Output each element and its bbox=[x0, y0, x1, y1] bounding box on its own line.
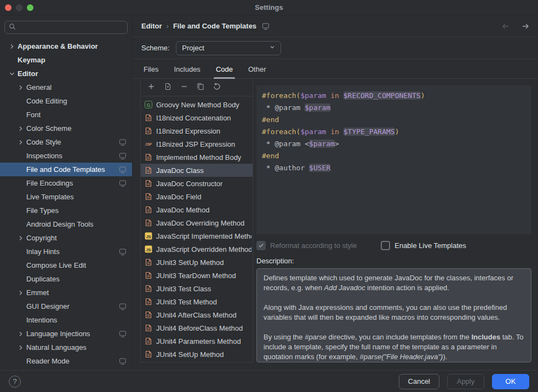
sidebar-item-editor[interactable]: Editor bbox=[0, 67, 132, 80]
template-item-javascript-overridden-method[interactable]: JSJavaScript Overridden Method bbox=[141, 243, 253, 256]
copy-button[interactable] bbox=[194, 82, 207, 94]
sidebar-item-label: Duplicates bbox=[26, 275, 127, 283]
minimize-button[interactable] bbox=[16, 4, 22, 11]
sidebar-item-duplicates[interactable]: Duplicates bbox=[0, 272, 132, 286]
reformat-checkbox[interactable]: Reformat according to style bbox=[256, 241, 357, 250]
add-child-button[interactable] bbox=[162, 82, 174, 94]
sidebar-item-color-scheme[interactable]: Color Scheme bbox=[0, 122, 132, 135]
template-item-groovy-new-method-body[interactable]: GGroovy New Method Body bbox=[141, 98, 253, 111]
tab-includes[interactable]: Includes bbox=[166, 60, 208, 78]
sidebar-item-gui-designer[interactable]: GUI Designer bbox=[0, 299, 132, 313]
template-item-label: JavaScript Overridden Method bbox=[156, 245, 251, 253]
template-item-junit3-test-method[interactable]: JUnit3 Test Method bbox=[141, 295, 253, 308]
zoom-button[interactable] bbox=[27, 4, 33, 11]
template-item-label: JavaDoc Class bbox=[156, 166, 204, 175]
apply-button[interactable]: Apply bbox=[447, 374, 484, 389]
template-item-javascript-implemented-method[interactable]: JSJavaScript Implemented Method bbox=[141, 229, 253, 243]
template-item-junit4-beforeclass-method[interactable]: JUnit4 BeforeClass Method bbox=[141, 321, 253, 335]
enable-live-templates-label: Enable Live Templates bbox=[394, 241, 466, 250]
template-item-label: I18nized Concatenation bbox=[156, 114, 231, 122]
sidebar-item-keymap[interactable]: Keymap bbox=[0, 53, 132, 67]
template-item-i18nized-jsp-expression[interactable]: JSPI18nized JSP Expression bbox=[141, 137, 253, 151]
sidebar-item-file-and-code-templates[interactable]: File and Code Templates bbox=[0, 163, 132, 176]
cancel-button[interactable]: Cancel bbox=[399, 374, 439, 389]
chevron-down-icon[interactable] bbox=[7, 70, 18, 78]
close-button[interactable] bbox=[5, 4, 12, 11]
template-toolbar bbox=[141, 79, 253, 96]
tab-other[interactable]: Other bbox=[241, 60, 274, 78]
screen-icon bbox=[119, 358, 127, 365]
sidebar-item-font[interactable]: Font bbox=[0, 108, 132, 122]
chevron-right-icon[interactable] bbox=[15, 343, 26, 352]
template-item-junit4-setup-method[interactable]: JUnit4 SetUp Method bbox=[141, 348, 253, 361]
template-item-javadoc-constructor[interactable]: JavaDoc Constructor bbox=[141, 177, 253, 190]
sidebar-item-android-design-tools[interactable]: Android Design Tools bbox=[0, 217, 132, 231]
sidebar-item-live-templates[interactable]: Live Templates bbox=[0, 190, 132, 204]
sidebar-item-appearance-behavior[interactable]: Appearance & Behavior bbox=[0, 39, 132, 53]
sidebar-item-compose-live-edit[interactable]: Compose Live Edit bbox=[0, 258, 132, 272]
sidebar-item-code-style[interactable]: Code Style bbox=[0, 135, 132, 149]
ok-button[interactable]: OK bbox=[492, 374, 529, 389]
sidebar-item-file-types[interactable]: File Types bbox=[0, 204, 132, 217]
chevron-right-icon[interactable] bbox=[7, 42, 18, 51]
sidebar-item-inspections[interactable]: Inspections bbox=[0, 149, 132, 163]
template-editor[interactable]: #foreach($param in $RECORD_COMPONENTS) *… bbox=[256, 85, 531, 234]
chevron-right-icon[interactable] bbox=[15, 138, 26, 147]
template-list: GGroovy New Method BodyI18nized Concaten… bbox=[141, 96, 253, 362]
breadcrumb-editor[interactable]: Editor bbox=[141, 22, 162, 30]
sidebar-item-language-injections[interactable]: Language Injections bbox=[0, 327, 132, 341]
scheme-select[interactable]: Project bbox=[176, 41, 281, 55]
template-item-junit3-test-class[interactable]: JUnit3 Test Class bbox=[141, 282, 253, 295]
template-item-junit3-teardown-method[interactable]: JUnit3 TearDown Method bbox=[141, 269, 253, 282]
template-item-javadoc-overriding-method[interactable]: JavaDoc Overriding Method bbox=[141, 216, 253, 229]
search-input[interactable] bbox=[19, 23, 124, 32]
sidebar-item-general[interactable]: General bbox=[0, 80, 132, 94]
remove-button[interactable] bbox=[178, 82, 190, 94]
template-item-javadoc-class[interactable]: JavaDoc Class bbox=[141, 164, 253, 177]
code-line: #end bbox=[262, 114, 526, 126]
reset-to-default-button[interactable] bbox=[211, 82, 223, 94]
enable-live-templates-checkbox[interactable]: Enable Live Templates bbox=[381, 241, 466, 250]
chevron-right-icon[interactable] bbox=[15, 83, 26, 92]
search-box[interactable] bbox=[4, 21, 128, 34]
svg-text:JS: JS bbox=[146, 234, 151, 239]
forward-arrow-icon[interactable] bbox=[520, 22, 530, 30]
sidebar-item-reader-mode[interactable]: Reader Mode bbox=[0, 354, 132, 368]
help-button[interactable]: ? bbox=[9, 376, 21, 388]
tab-files[interactable]: Files bbox=[136, 60, 166, 78]
tab-code[interactable]: Code bbox=[208, 60, 241, 78]
screen-icon bbox=[119, 166, 127, 174]
sidebar-item-file-encodings[interactable]: File Encodings bbox=[0, 176, 132, 190]
template-item-junit4-parameters-method[interactable]: JUnit4 Parameters Method bbox=[141, 335, 253, 348]
template-item-junit3-setup-method[interactable]: JUnit3 SetUp Method bbox=[141, 256, 253, 269]
chevron-right-icon[interactable] bbox=[15, 234, 26, 243]
template-item-i18nized-concatenation[interactable]: I18nized Concatenation bbox=[141, 111, 253, 124]
plus-icon bbox=[147, 82, 156, 93]
sidebar-item-intentions[interactable]: Intentions bbox=[0, 313, 132, 327]
chevron-right-icon[interactable] bbox=[15, 124, 26, 133]
sidebar-item-label: Compose Live Edit bbox=[26, 261, 127, 269]
sidebar-item-copyright[interactable]: Copyright bbox=[0, 231, 132, 245]
screen-icon bbox=[119, 248, 127, 256]
description-box[interactable]: Defines template which used to generate … bbox=[256, 268, 531, 362]
screen-icon bbox=[119, 330, 127, 338]
template-item-i18nized-expression[interactable]: I18nized Expression bbox=[141, 124, 253, 137]
sidebar-item-code-editing[interactable]: Code Editing bbox=[0, 94, 132, 108]
sidebar-item-emmet[interactable]: Emmet bbox=[0, 286, 132, 299]
template-item-javadoc-method[interactable]: JavaDoc Method bbox=[141, 203, 253, 216]
template-item-implemented-method-body[interactable]: Implemented Method Body bbox=[141, 151, 253, 164]
back-arrow-icon[interactable] bbox=[501, 22, 511, 30]
add-button[interactable] bbox=[145, 82, 157, 94]
template-item-label: JavaScript Implemented Method bbox=[156, 232, 251, 240]
sidebar-item-inlay-hints[interactable]: Inlay Hints bbox=[0, 245, 132, 258]
template-item-javadoc-field[interactable]: JavaDoc Field bbox=[141, 190, 253, 203]
code-line: * @author $USER bbox=[262, 162, 526, 174]
template-item-junit4-afterclass-method[interactable]: JUnit4 AfterClass Method bbox=[141, 308, 253, 321]
chevron-spacer bbox=[15, 111, 26, 119]
reformat-label: Reformat according to style bbox=[270, 241, 357, 250]
template-icon bbox=[144, 337, 153, 345]
chevron-right-icon[interactable] bbox=[15, 289, 26, 297]
chevron-right-icon[interactable] bbox=[15, 330, 26, 338]
sidebar-item-label: Natural Languages bbox=[26, 343, 127, 351]
sidebar-item-natural-languages[interactable]: Natural Languages bbox=[0, 341, 132, 354]
